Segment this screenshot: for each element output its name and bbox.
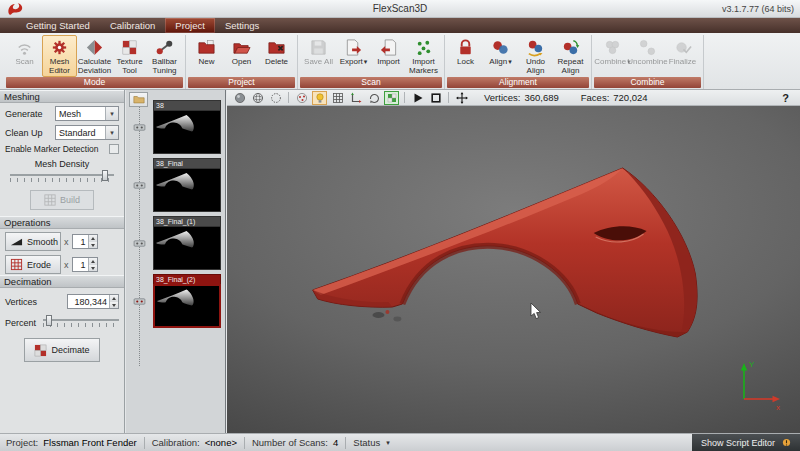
3d-canvas[interactable]: Y x (227, 106, 800, 433)
mesh-editor-icon (50, 37, 69, 57)
scan-link-icon[interactable] (130, 236, 148, 250)
mesh-editor-button[interactable]: Mesh Editor (42, 35, 77, 77)
show-script-editor-button[interactable]: Show Script Editor (692, 434, 800, 451)
spin-down-icon[interactable] (109, 302, 118, 309)
markers-view-icon[interactable] (294, 91, 309, 105)
generate-label: Generate (5, 109, 43, 119)
scan-list-item[interactable]: 38 (126, 100, 225, 156)
slider-handle[interactable] (46, 315, 52, 326)
smooth-count-spinner[interactable]: 1 (72, 234, 98, 249)
cleanup-dropdown[interactable]: Standard ▾ (55, 125, 119, 140)
spin-down-icon[interactable] (88, 265, 97, 272)
shaded-view-icon[interactable] (232, 91, 247, 105)
ribbon-group-mode: Scan Mesh Editor Calculate Deviation Tex… (4, 35, 186, 89)
vertices-spinner[interactable]: 180,344 (67, 294, 119, 309)
erode-button[interactable]: Erode (5, 255, 61, 274)
window-title: FlexScan3D (0, 3, 800, 14)
scan-mode-button[interactable]: Scan (7, 35, 42, 68)
open-project-button[interactable]: Open (224, 35, 259, 68)
mesh-density-slider[interactable] (10, 171, 114, 184)
scan-thumbnail-image[interactable] (153, 110, 221, 154)
stop-button[interactable] (428, 91, 443, 105)
scan-thumbnail-image[interactable] (153, 284, 221, 328)
scan-link-icon[interactable] (130, 178, 148, 192)
axes-icon[interactable] (348, 91, 363, 105)
open-folder-icon (232, 37, 251, 57)
caret-down-icon: ▾ (364, 58, 368, 65)
slider-handle[interactable] (102, 170, 108, 181)
import-markers-icon (414, 37, 433, 57)
finalize-button[interactable]: Finalize (665, 35, 700, 68)
generate-dropdown[interactable]: Mesh ▾ (55, 106, 119, 121)
help-button[interactable]: ? (782, 92, 795, 104)
wireframe-view-icon[interactable] (250, 91, 265, 105)
debris-fragment (372, 312, 384, 318)
mesh-density-label: Mesh Density (0, 159, 124, 169)
slider-track (10, 174, 114, 176)
scan-list-item[interactable]: 38_Final_(1) (126, 216, 225, 272)
spin-down-icon[interactable] (88, 242, 97, 249)
faces-stat-label: Faces: (581, 92, 610, 103)
scan-list-item[interactable]: 38_Final (126, 158, 225, 214)
tab-getting-started[interactable]: Getting Started (16, 18, 100, 33)
status-dropdown[interactable]: Status ▾ (353, 437, 389, 448)
new-folder-icon (197, 37, 216, 57)
align-button[interactable]: Align▾ (483, 35, 518, 68)
scan-link-icon[interactable] (130, 120, 148, 134)
decimate-button[interactable]: Decimate (24, 338, 100, 362)
new-project-button[interactable]: New (189, 35, 224, 68)
erode-icon (10, 258, 23, 271)
axis-y-label: Y (749, 360, 755, 369)
light-icon[interactable] (312, 91, 327, 105)
tab-calibration[interactable]: Calibration (100, 18, 165, 33)
titlebar: FlexScan3D v3.1.7.77 (64 bits) (0, 0, 800, 18)
tab-settings[interactable]: Settings (215, 18, 269, 33)
import-markers-button[interactable]: Import Markers (406, 35, 441, 77)
group-label-mode: Mode (6, 77, 183, 88)
smooth-button[interactable]: Smooth (5, 232, 61, 251)
ballbar-tuning-button[interactable]: Ballbar Tuning (147, 35, 182, 77)
import-icon (379, 37, 398, 57)
undo-align-button[interactable]: Undo Align (518, 35, 553, 77)
marker-detection-checkbox[interactable] (109, 144, 119, 154)
scan-link-icon[interactable] (130, 294, 148, 308)
uncombine-button[interactable]: Uncombine (630, 35, 665, 68)
rotate-view-icon[interactable] (366, 91, 381, 105)
save-all-button[interactable]: Save All (301, 35, 336, 68)
play-button[interactable] (410, 91, 425, 105)
section-header-operations: Operations (0, 216, 124, 229)
tab-project[interactable]: Project (165, 18, 215, 33)
points-view-icon[interactable] (268, 91, 283, 105)
lock-button[interactable]: Lock (448, 35, 483, 68)
erode-count-spinner[interactable]: 1 (72, 257, 98, 272)
combine-button[interactable]: Combine▾ (595, 35, 630, 68)
fender-model[interactable] (227, 106, 800, 433)
calculate-deviation-button[interactable]: Calculate Deviation (77, 35, 112, 77)
uncombine-icon (638, 37, 657, 57)
ribbon-group-combine: Combine▾ Uncombine Finalize Combine (592, 35, 704, 89)
import-button[interactable]: Import (371, 35, 406, 68)
scan-thumbnail-image[interactable] (153, 168, 221, 212)
build-button[interactable]: Build (30, 190, 94, 210)
export-button[interactable]: Export▾ (336, 35, 371, 68)
texture-tool-button[interactable]: Texture Tool (112, 35, 147, 77)
scan-icon (15, 37, 34, 57)
times-label: x (64, 260, 69, 270)
model-stats: Vertices: 360,689 Faces: 720,024 (484, 92, 648, 103)
delete-project-button[interactable]: Delete (259, 35, 294, 68)
percent-slider[interactable] (43, 316, 119, 329)
undo-align-icon (526, 37, 545, 57)
generate-value: Mesh (59, 109, 81, 119)
grid-icon[interactable] (330, 91, 345, 105)
repeat-align-button[interactable]: Repeat Align (553, 35, 588, 77)
decimate-icon (34, 344, 47, 357)
scan-list: 38 38_Final 38_Final_(1) (126, 90, 226, 433)
scan-list-item-selected[interactable]: 38_Final_(2) (126, 274, 225, 330)
viewport: Vertices: 360,689 Faces: 720,024 ? (227, 90, 800, 433)
scan-thumbnail-image[interactable] (153, 226, 221, 270)
pan-icon[interactable] (454, 91, 469, 105)
texture-view-icon[interactable] (384, 91, 399, 105)
debris-fragment (385, 310, 389, 314)
vertices-label: Vertices (5, 297, 37, 307)
mouse-cursor (530, 303, 542, 321)
